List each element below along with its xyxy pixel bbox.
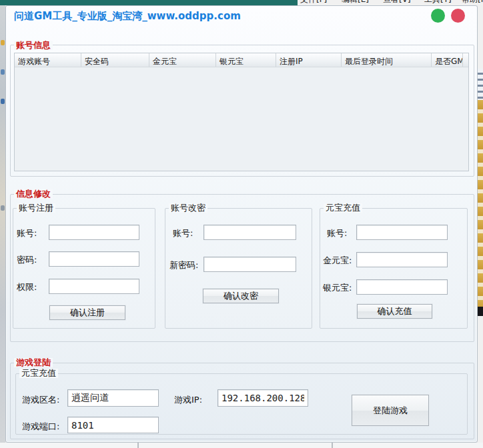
background-menu-tools: 工具[T] — [424, 0, 452, 5]
column-header-filler — [463, 53, 468, 67]
confirm-changepw-button[interactable]: 确认改密 — [203, 289, 279, 303]
game-zone-input[interactable] — [67, 389, 159, 407]
recharge-account-label: 账号: — [327, 227, 347, 239]
register-permission-input[interactable] — [49, 279, 139, 294]
account-table-body[interactable] — [15, 67, 468, 171]
register-group-label: 账号注册 — [17, 203, 55, 213]
account-table-header: 游戏账号 安全码 金元宝 银元宝 注册IP 最后登录时间 是否GM — [15, 53, 468, 67]
close-button[interactable] — [451, 9, 465, 23]
register-permission-label: 权限: — [17, 281, 37, 293]
column-header-gold-yuanbao[interactable]: 金元宝 — [149, 53, 216, 67]
column-header-security-code[interactable]: 安全码 — [81, 53, 149, 67]
confirm-recharge-button[interactable]: 确认充值 — [357, 304, 432, 319]
background-icon-fragment — [1, 69, 5, 75]
gm-tool-window: 问道GM工具_专业版_淘宝湾_www.oddpp.com 账号信息 游戏账号 安… — [5, 5, 478, 443]
background-icon-fragment — [1, 205, 5, 211]
game-ip-label: 游戏IP: — [174, 394, 202, 406]
background-left-strip — [0, 5, 5, 443]
recharge-account-input[interactable] — [356, 225, 448, 240]
background-right-strip — [478, 5, 483, 443]
register-account-label: 账号: — [17, 227, 37, 239]
confirm-register-button[interactable]: 确认注册 — [49, 305, 125, 320]
game-zone-label: 游戏区名: — [22, 394, 59, 406]
background-menubar: 文件[F] 编辑[E] 查看[V] 工具[T] 帮助[H] — [298, 0, 483, 5]
login-game-button[interactable]: 登陆游戏 — [352, 395, 429, 426]
changepw-newpassword-label: 新密码: — [169, 259, 198, 271]
background-divider — [137, 443, 139, 448]
background-icon-fragment — [1, 99, 5, 104]
register-password-input[interactable] — [49, 251, 139, 267]
window-title: 问道GM工具_专业版_淘宝湾_www.oddpp.com — [14, 10, 241, 23]
background-menu-file: 文件[F] — [300, 0, 327, 5]
minimize-button[interactable] — [431, 9, 445, 23]
background-bottom-strip — [0, 443, 483, 448]
game-port-label: 游戏端口: — [22, 421, 59, 433]
recharge-gold-label: 金元宝: — [323, 255, 352, 267]
game-login-group-label: 元宝充值 — [19, 369, 58, 378]
recharge-silver-label: 银元宝: — [323, 282, 352, 294]
game-port-input[interactable] — [67, 417, 159, 433]
column-header-silver-yuanbao[interactable]: 银元宝 — [216, 53, 276, 67]
changepw-account-label: 账号: — [173, 227, 193, 239]
changepw-newpassword-input[interactable] — [203, 257, 296, 272]
recharge-group-label: 元宝充值 — [324, 203, 362, 213]
game-ip-input[interactable] — [217, 389, 308, 407]
background-list-fragment — [478, 69, 483, 99]
column-header-register-ip[interactable]: 注册IP — [276, 53, 342, 67]
background-divider — [332, 443, 333, 448]
background-teal-titlebar — [0, 0, 298, 5]
account-table: 游戏账号 安全码 金元宝 银元宝 注册IP 最后登录时间 是否GM — [14, 53, 469, 171]
changepw-account-input[interactable] — [203, 225, 296, 240]
background-icon-fragment — [1, 40, 5, 45]
info-modify-section-label: 信息修改 — [14, 189, 53, 199]
background-menu-help: 帮助[H] — [462, 0, 483, 5]
background-menu-edit: 编辑[E] — [342, 0, 369, 5]
account-info-section-label: 账号信息 — [14, 41, 53, 50]
register-password-label: 密码: — [17, 254, 37, 266]
column-header-game-account[interactable]: 游戏账号 — [15, 53, 81, 67]
game-login-section-label: 游戏登陆 — [14, 358, 53, 367]
background-menu-view: 查看[V] — [383, 0, 411, 5]
change-password-group-label: 账号改密 — [169, 203, 207, 213]
recharge-gold-input[interactable] — [356, 252, 448, 267]
register-account-input[interactable] — [49, 225, 139, 240]
column-header-last-login-time[interactable]: 最后登录时间 — [342, 53, 432, 67]
recharge-silver-input[interactable] — [356, 279, 448, 295]
background-gold-icons — [478, 100, 483, 307]
background-dark-fragment — [478, 307, 483, 316]
column-header-is-gm[interactable]: 是否GM — [432, 53, 463, 67]
